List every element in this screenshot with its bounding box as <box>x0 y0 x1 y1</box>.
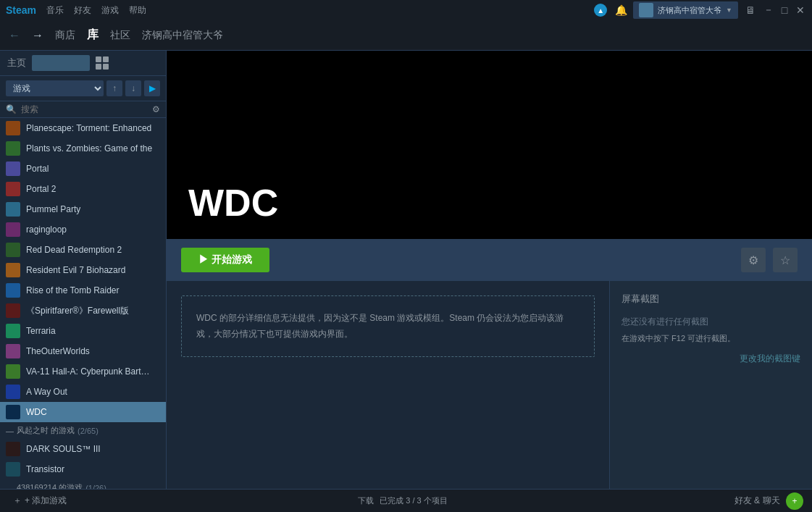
game-list: Planescape: Torment: EnhancedPlants vs. … <box>0 118 166 489</box>
game-actions: ▶ 开始游戏 ⚙ ☆ <box>167 239 812 281</box>
game-name-label: TheOuterWorlds <box>26 346 90 356</box>
game-thumbnail <box>6 364 20 379</box>
game-list-item[interactable]: Transistor <box>0 459 166 479</box>
nav-library[interactable]: 库 <box>87 28 99 43</box>
game-list-item[interactable]: VA-11 Hall-A: Cyberpunk Bartende <box>0 361 166 382</box>
add-game-button[interactable]: ＋ + 添加游戏 <box>9 493 71 508</box>
game-list-item[interactable]: Plants vs. Zombies: Game of the <box>0 138 166 159</box>
game-name-label: 《Spiritfarer®》Farewell版 <box>26 305 129 317</box>
game-list-item[interactable]: Red Dead Redemption 2 <box>0 240 166 260</box>
blue-indicator: ▲ <box>594 4 607 17</box>
home-label[interactable]: 主页 <box>7 56 26 70</box>
search-input[interactable] <box>21 104 148 114</box>
back-button[interactable]: ← <box>9 29 20 42</box>
group-header-1[interactable]: — 风起之时 的游戏 (2/65) <box>0 422 166 439</box>
game-thumbnail <box>6 222 20 237</box>
friends-chat-button[interactable]: 好友 & 聊天 <box>734 495 780 507</box>
main-area: 主页 游戏 ↑ ↓ ▶ 🔍 ⚙ Planescape: Torment: Enh… <box>0 51 812 489</box>
filter-icon[interactable]: ⚙ <box>152 104 160 114</box>
game-name-label: WDC <box>26 407 47 417</box>
user-avatar <box>639 3 653 17</box>
menu-item-help[interactable]: 帮助 <box>129 4 146 17</box>
game-list-item[interactable]: TheOuterWorlds <box>0 341 166 361</box>
grid-view-button[interactable] <box>96 56 109 70</box>
maximize-button[interactable]: □ <box>779 4 790 16</box>
game-list-item[interactable]: WDC <box>0 402 166 422</box>
game-list-item[interactable]: Pummel Party <box>0 199 166 219</box>
game-list-item[interactable]: Terraria <box>0 321 166 341</box>
game-name-label: Pummel Party <box>26 204 80 214</box>
menu-item-music[interactable]: 音乐 <box>46 4 64 17</box>
close-button[interactable]: ✕ <box>795 4 806 16</box>
game-list-item[interactable]: Rise of the Tomb Raider <box>0 280 166 301</box>
minimize-button[interactable]: － <box>763 4 774 16</box>
sidebar-home: 主页 <box>0 51 166 76</box>
sidebar-controls: 游戏 ↑ ↓ ▶ <box>0 76 166 101</box>
game-thumbnail <box>6 141 20 156</box>
titlebar-menu: Steam 音乐 好友 游戏 帮助 <box>6 4 146 17</box>
add-icon: ＋ <box>13 495 22 507</box>
game-list-item[interactable]: DARK SOULS™ III <box>0 439 166 459</box>
home-banner <box>32 55 90 71</box>
category-dropdown[interactable]: 游戏 <box>6 80 104 96</box>
game-thumbnail <box>6 324 20 338</box>
game-thumbnail <box>6 385 20 399</box>
game-name-label: Portal <box>26 164 49 174</box>
titlebar: Steam 音乐 好友 游戏 帮助 ▲ 🔔 济钢高中宿管大爷 ▼ 🖥 － □ ✕ <box>0 0 812 20</box>
navbar: ← → 商店 库 社区 济钢高中宿管大爷 <box>0 20 812 51</box>
group-expand-icon: — <box>6 427 14 435</box>
game-list-item[interactable]: A Way Out <box>0 382 166 402</box>
forward-button[interactable]: → <box>32 29 43 42</box>
game-name-label: Portal 2 <box>26 184 56 194</box>
info-notice: WDC 的部分详细信息无法提供，因为这不是 Steam 游戏或模组。Steam … <box>181 295 595 357</box>
sort-asc-button[interactable]: ↑ <box>106 80 122 96</box>
settings-button[interactable]: ⚙ <box>741 248 766 272</box>
no-screenshots-text: 您还没有进行任何截图 <box>621 314 800 330</box>
notification-icon-1[interactable]: ▲ <box>593 2 608 18</box>
game-hero: WDC <box>167 51 812 239</box>
game-name-label: Planescape: Torment: Enhanced <box>26 123 151 133</box>
game-list-item[interactable]: ragingloop <box>0 219 166 240</box>
menu-item-games[interactable]: 游戏 <box>101 4 119 17</box>
group-expand-icon-2: — <box>6 484 14 490</box>
user-area[interactable]: 济钢高中宿管大爷 ▼ <box>633 1 738 19</box>
group-header-2[interactable]: — 438169214 的游戏 (1/26) <box>0 479 166 489</box>
friends-chat-label: 聊天 <box>763 495 780 507</box>
download-label: 下载 <box>358 495 374 506</box>
game-name-label: ragingloop <box>26 224 67 235</box>
filter-button[interactable]: ▶ <box>144 80 160 96</box>
game-list-item[interactable]: Resident Evil 7 Biohazard <box>0 260 166 280</box>
notification-icon-2[interactable]: 🔔 <box>613 2 629 18</box>
nav-username[interactable]: 济钢高中宿管大爷 <box>142 29 223 42</box>
play-button[interactable]: ▶ 开始游戏 <box>181 248 269 272</box>
game-list-item[interactable]: 《Spiritfarer®》Farewell版 <box>0 301 166 321</box>
game-name-label: A Way Out <box>26 387 67 397</box>
game-thumbnail <box>6 121 20 135</box>
nav-store[interactable]: 商店 <box>55 29 75 42</box>
game-thumbnail <box>6 442 20 456</box>
game-list-item[interactable]: Portal <box>0 159 166 179</box>
nav-community[interactable]: 社区 <box>110 29 130 42</box>
game-thumbnail <box>6 405 20 419</box>
favorite-button[interactable]: ☆ <box>773 248 798 272</box>
sort-desc-button[interactable]: ↓ <box>125 80 141 96</box>
screenshots-title: 屏幕截图 <box>621 293 800 306</box>
change-key-button[interactable]: 更改我的截图键 <box>621 353 800 365</box>
status-right: 好友 & 聊天 + <box>734 492 803 510</box>
game-name-label: Rise of the Tomb Raider <box>26 285 120 295</box>
game-list-item[interactable]: Portal 2 <box>0 179 166 199</box>
game-info: WDC 的部分详细信息无法提供，因为这不是 Steam 游戏或模组。Steam … <box>167 281 609 489</box>
titlebar-left: Steam 音乐 好友 游戏 帮助 <box>6 4 146 17</box>
menu-item-friends[interactable]: 好友 <box>74 4 91 17</box>
game-list-item[interactable]: Planescape: Torment: Enhanced <box>0 118 166 138</box>
content-area: WDC ▶ 开始游戏 ⚙ ☆ WDC 的部分详细信息无法提供，因为这不是 Ste… <box>167 51 812 489</box>
user-name: 济钢高中宿管大爷 <box>658 5 721 16</box>
titlebar-right: ▲ 🔔 济钢高中宿管大爷 ▼ 🖥 － □ ✕ <box>593 1 806 19</box>
game-thumbnail <box>6 161 20 176</box>
monitor-icon[interactable]: 🖥 <box>742 2 758 18</box>
game-thumbnail <box>6 243 20 257</box>
friends-expand-button[interactable]: + <box>786 492 803 510</box>
statusbar: ＋ + 添加游戏 下载 已完成 3 / 3 个项目 好友 & 聊天 + <box>0 489 812 512</box>
game-name-label: VA-11 Hall-A: Cyberpunk Bartende <box>26 366 153 377</box>
game-name-label: Plants vs. Zombies: Game of the <box>26 143 152 154</box>
